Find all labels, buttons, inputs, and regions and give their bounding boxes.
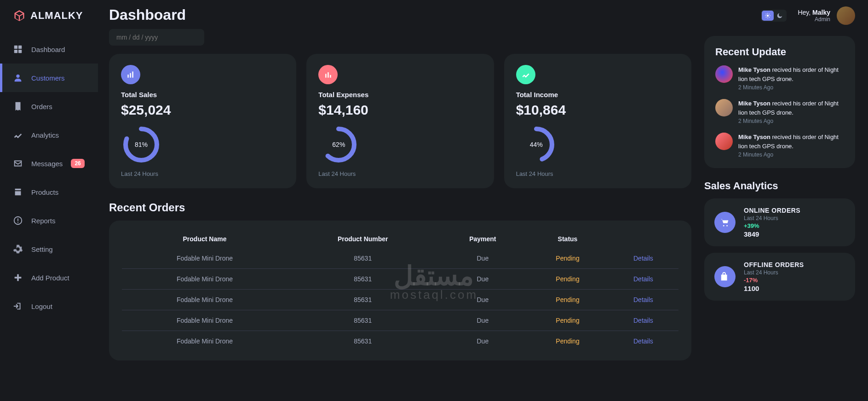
update-time: 2 Minutes Ago (738, 84, 844, 91)
svg-line-30 (769, 14, 770, 14)
update-item: Mike Tyson recived his order of Night li… (715, 133, 844, 158)
details-link[interactable]: Details (608, 269, 678, 290)
sidebar-item-label: Customers (31, 74, 65, 82)
details-link[interactable]: Details (608, 290, 678, 310)
details-link[interactable]: Details (608, 248, 678, 269)
svg-point-31 (723, 225, 724, 227)
insight-percent: 81% (135, 141, 148, 148)
insight-progress: 44% (516, 124, 557, 165)
profile-greeting: Hey, Malky (798, 9, 830, 16)
orders-card: Product NameProduct NumberPaymentStatus … (109, 221, 691, 360)
svg-rect-7 (17, 222, 18, 223)
insight-progress: 81% (121, 124, 161, 165)
inventory-icon (13, 187, 23, 197)
analytics-value: 3849 (744, 230, 845, 238)
cell-product-number: 85631 (287, 290, 438, 310)
cell-product-number: 85631 (287, 331, 438, 352)
recent-updates-card: Recent Update Mike Tyson recived his ord… (704, 36, 855, 168)
analytics-icon (13, 130, 23, 140)
insight-icon (516, 65, 535, 84)
avatar (715, 133, 733, 150)
insight-percent: 62% (332, 141, 345, 148)
insight-card-1: Total Expenses $14,160 62% Last 24 Hours (306, 54, 494, 188)
table-header: Status (527, 230, 608, 248)
svg-line-27 (766, 14, 766, 14)
sidebar-item-logout[interactable]: Logout (0, 292, 98, 320)
insight-time: Last 24 Hours (318, 170, 482, 177)
sidebar-item-label: Analytics (31, 131, 59, 139)
update-text: Mike Tyson recived his order of Night li… (738, 99, 844, 117)
insight-time: Last 24 Hours (121, 170, 284, 177)
analytics-sub: Last 24 Hours (744, 215, 845, 221)
insight-icon (121, 65, 140, 84)
sidebar-item-label: Orders (31, 103, 52, 110)
insight-label: Total Sales (121, 91, 284, 99)
sidebar-item-messages[interactable]: Messages 26 (0, 149, 98, 178)
cell-payment: Due (438, 310, 527, 331)
sidebar-item-analytics[interactable]: Analytics (0, 121, 98, 149)
analytics-label: OFFLINE ORDERS (744, 261, 845, 268)
table-row: Fodable Mini Drone 85631 Due Pending Det… (122, 248, 678, 269)
svg-line-29 (766, 17, 766, 17)
logout-icon (13, 301, 23, 311)
theme-toggle[interactable] (761, 10, 787, 22)
topbar: Hey, Malky Admin (704, 6, 855, 25)
cell-payment: Due (438, 248, 527, 269)
cell-product-name: Fodable Mini Drone (122, 331, 287, 352)
sidebar: ALMALKY Dashboard Customers Orders Analy… (0, 0, 98, 401)
cell-payment: Due (438, 269, 527, 290)
insight-value: $10,864 (516, 102, 679, 118)
sidebar-item-customers[interactable]: Customers (0, 64, 98, 92)
sidebar-item-label: Dashboard (31, 46, 65, 53)
recent-orders-title: Recent Orders (109, 201, 691, 214)
plus-icon (13, 273, 23, 283)
analytics-change: +39% (744, 222, 845, 229)
table-row: Fodable Mini Drone 85631 Due Pending Det… (122, 290, 678, 310)
sidebar-item-label: Setting (31, 245, 53, 253)
sidebar-item-setting[interactable]: Setting (0, 235, 98, 263)
profile-role: Admin (798, 16, 830, 23)
cell-payment: Due (438, 331, 527, 352)
profile[interactable]: Hey, Malky Admin (798, 6, 855, 25)
messages-badge: 26 (71, 159, 84, 168)
sidebar-item-orders[interactable]: Orders (0, 92, 98, 121)
sidebar-item-label: Reports (31, 217, 56, 225)
sidebar-item-label: Add Product (31, 274, 69, 282)
svg-rect-0 (14, 46, 17, 49)
svg-rect-11 (130, 73, 131, 78)
details-link[interactable]: Details (608, 331, 678, 352)
insight-value: $25,024 (121, 102, 284, 118)
dark-mode-icon (774, 11, 786, 21)
sidebar-item-add-product[interactable]: Add Product (0, 263, 98, 292)
report-icon (13, 215, 23, 226)
sidebar-item-reports[interactable]: Reports (0, 206, 98, 235)
sidebar-item-dashboard[interactable]: Dashboard (0, 35, 98, 64)
avatar (715, 65, 733, 83)
svg-rect-12 (132, 71, 133, 77)
cell-status: Pending (527, 248, 608, 269)
analytics-item-icon (714, 212, 736, 233)
cell-product-name: Fodable Mini Drone (122, 290, 287, 310)
light-mode-icon (762, 11, 774, 21)
svg-line-28 (769, 17, 770, 17)
grid-icon (13, 44, 23, 54)
cell-status: Pending (527, 331, 608, 352)
svg-rect-1 (18, 46, 22, 49)
cell-product-number: 85631 (287, 269, 438, 290)
table-header: Payment (438, 230, 527, 248)
table-row: Fodable Mini Drone 85631 Due Pending Det… (122, 269, 678, 290)
person-icon (13, 73, 23, 83)
svg-point-4 (16, 75, 19, 78)
analytics-item-1: OFFLINE ORDERS Last 24 Hours -17% 1100 (704, 253, 855, 301)
insight-icon (318, 65, 338, 84)
update-item: Mike Tyson recived his order of Night li… (715, 99, 844, 124)
mail-icon (13, 158, 23, 169)
details-link[interactable]: Details (608, 310, 678, 331)
logo[interactable]: ALMALKY (0, 6, 98, 35)
main-content: Dashboard Total Sales $25,024 81% Last 2… (98, 0, 702, 401)
date-input[interactable] (109, 29, 204, 46)
sidebar-item-products[interactable]: Products (0, 178, 98, 206)
insight-card-2: Total Income $10,864 44% Last 24 Hours (504, 54, 691, 188)
svg-rect-6 (17, 218, 18, 221)
svg-rect-3 (18, 50, 22, 53)
